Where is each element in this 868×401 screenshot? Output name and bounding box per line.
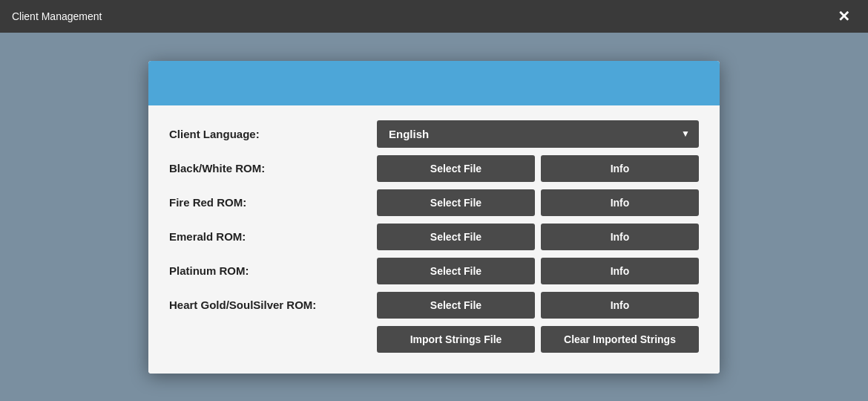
platinum-rom-row: Platinum ROM: Select File Info [169, 258, 699, 284]
dialog: Client Language: English Japanese French… [148, 61, 720, 374]
firered-rom-label: Fire Red ROM: [169, 196, 377, 209]
title-bar: Client Management ✕ [0, 0, 868, 33]
hgss-rom-row: Heart Gold/SoulSilver ROM: Select File I… [169, 292, 699, 319]
language-label: Client Language: [169, 128, 377, 140]
bw-select-file-button[interactable]: Select File [377, 155, 535, 182]
hgss-select-file-button[interactable]: Select File [377, 292, 535, 319]
dialog-header [148, 61, 720, 105]
firered-info-button[interactable]: Info [541, 189, 699, 216]
emerald-rom-controls: Select File Info [377, 224, 699, 250]
platinum-info-button[interactable]: Info [541, 258, 699, 284]
firered-select-file-button[interactable]: Select File [377, 189, 535, 216]
firered-rom-row: Fire Red ROM: Select File Info [169, 189, 699, 216]
emerald-info-button[interactable]: Info [541, 224, 699, 250]
language-row: Client Language: English Japanese French… [169, 120, 699, 148]
language-select-wrapper: English Japanese French German Spanish I… [377, 120, 699, 148]
hgss-info-button[interactable]: Info [541, 292, 699, 319]
emerald-select-file-button[interactable]: Select File [377, 224, 535, 250]
bw-rom-label: Black/White ROM: [169, 162, 377, 175]
emerald-rom-label: Emerald ROM: [169, 230, 377, 243]
clear-strings-button[interactable]: Clear Imported Strings [541, 326, 699, 353]
platinum-rom-controls: Select File Info [377, 258, 699, 284]
action-row: Import Strings File Clear Imported Strin… [377, 326, 699, 353]
dialog-body: Client Language: English Japanese French… [148, 105, 720, 374]
platinum-rom-label: Platinum ROM: [169, 264, 377, 277]
hgss-rom-controls: Select File Info [377, 292, 699, 319]
language-controls: English Japanese French German Spanish I… [377, 120, 699, 148]
firered-rom-controls: Select File Info [377, 189, 699, 216]
emerald-rom-row: Emerald ROM: Select File Info [169, 224, 699, 250]
platinum-select-file-button[interactable]: Select File [377, 258, 535, 284]
window-title: Client Management [12, 10, 102, 22]
bw-rom-controls: Select File Info [377, 155, 699, 182]
bw-rom-row: Black/White ROM: Select File Info [169, 155, 699, 182]
bw-info-button[interactable]: Info [541, 155, 699, 182]
language-select[interactable]: English Japanese French German Spanish I… [377, 120, 699, 148]
import-strings-button[interactable]: Import Strings File [377, 326, 535, 353]
hgss-rom-label: Heart Gold/SoulSilver ROM: [169, 299, 377, 311]
close-button[interactable]: ✕ [832, 6, 856, 27]
